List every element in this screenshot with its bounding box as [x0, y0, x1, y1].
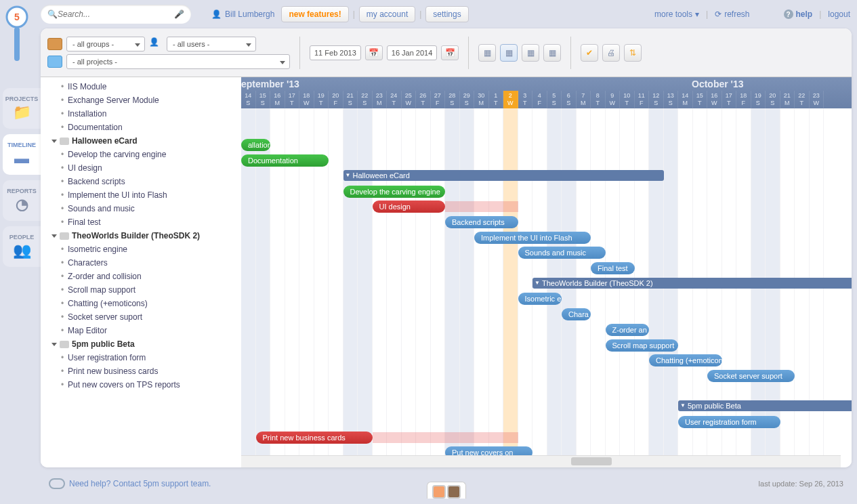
task-node[interactable]: Chatting (+emoticons)	[46, 297, 241, 310]
day-header[interactable]: 13S	[664, 91, 679, 108]
project-bar[interactable]: 5pm public Beta	[678, 400, 852, 411]
avatar-1[interactable]	[432, 485, 446, 499]
day-header[interactable]: 17T	[722, 91, 737, 108]
calendar-to-icon[interactable]: 📅	[441, 45, 459, 60]
task-bar[interactable]: Isometric e	[518, 293, 562, 305]
day-header[interactable]: 3T	[518, 91, 533, 108]
task-bar[interactable]: Implement the UI into Flash	[474, 232, 591, 244]
view-day-button[interactable]: ▦	[478, 44, 496, 62]
groups-dropdown[interactable]: - all groups -	[66, 37, 145, 51]
view-year-button[interactable]: ▦	[543, 44, 561, 62]
task-node[interactable]: Installation	[46, 107, 241, 121]
day-header[interactable]: 29S	[460, 91, 475, 108]
logout-link[interactable]: logout	[828, 9, 850, 19]
users-dropdown[interactable]: - all users -	[167, 37, 256, 51]
task-node[interactable]: Backend scripts	[46, 175, 241, 188]
day-header[interactable]: 30M	[474, 91, 489, 108]
task-bar[interactable]: Develop the carving engine	[343, 186, 446, 198]
day-header[interactable]: 19S	[751, 91, 766, 108]
day-header[interactable]: 22T	[795, 91, 810, 108]
day-header[interactable]: 16M	[270, 91, 285, 108]
day-header[interactable]: 25W	[402, 91, 417, 108]
day-header[interactable]: 20S	[766, 91, 780, 108]
view-month-button[interactable]: ▦	[522, 44, 539, 62]
day-header[interactable]: 28S	[445, 91, 460, 108]
sidetab-reports[interactable]: REPORTS◔	[3, 180, 41, 221]
day-header[interactable]: 23W	[810, 91, 824, 108]
day-header[interactable]: 8T	[591, 91, 606, 108]
more-tools-menu[interactable]: more tools ▾	[654, 9, 699, 19]
day-header[interactable]: 10T	[620, 91, 635, 108]
search-box[interactable]: 🔍 🎤	[41, 5, 191, 24]
task-bar[interactable]: Documentation	[241, 154, 329, 167]
task-bar[interactable]: Z-order an	[606, 324, 650, 336]
filter-check-button[interactable]: ✔	[581, 44, 598, 62]
task-node[interactable]: Characters	[46, 256, 241, 270]
app-logo[interactable]: 5	[5, 5, 28, 66]
day-header[interactable]: 2W	[503, 91, 518, 108]
task-node[interactable]: Implement the UI into Flash	[46, 188, 241, 202]
task-node[interactable]: Develop the carving engine	[46, 148, 241, 161]
task-bar[interactable]: Final test	[591, 262, 635, 274]
task-node[interactable]: Socket server suport	[46, 310, 241, 324]
task-bar[interactable]: Socket server suport	[707, 370, 795, 382]
view-week-button[interactable]: ▦	[500, 44, 518, 62]
task-bar[interactable]: Print new business cards	[256, 432, 373, 444]
day-header[interactable]: 14S	[241, 91, 256, 108]
expand-icon[interactable]	[51, 140, 57, 143]
day-header[interactable]: 18F	[736, 91, 751, 108]
task-node[interactable]: Isometric engine	[46, 243, 241, 256]
day-header[interactable]: 18W	[299, 91, 314, 108]
task-node[interactable]: UI design	[46, 161, 241, 175]
my-account-link[interactable]: my account	[359, 6, 415, 22]
day-header[interactable]: 9W	[606, 91, 621, 108]
help-link[interactable]: ? help	[784, 9, 813, 19]
project-bar[interactable]: Halloween eCard	[343, 170, 664, 181]
expand-icon[interactable]	[51, 234, 57, 238]
task-bar[interactable]: allation	[241, 139, 270, 151]
day-header[interactable]: 14M	[678, 91, 693, 108]
gantt-chart[interactable]: eptember '13October '13 14S15S16M17T18W1…	[241, 77, 852, 467]
print-button[interactable]: 🖨	[602, 44, 620, 62]
task-bar[interactable]: Chatting (+emoticons	[649, 354, 722, 366]
task-node[interactable]: Scroll map support	[46, 283, 241, 297]
day-header[interactable]: 20F	[329, 91, 343, 108]
task-bar[interactable]: Scroll map support	[606, 339, 679, 352]
task-node[interactable]: User registration form	[46, 351, 241, 364]
task-node[interactable]: Sounds and music	[46, 202, 241, 215]
day-header[interactable]: 11F	[635, 91, 650, 108]
task-node[interactable]: Exchange Server Module	[46, 93, 241, 107]
support-link[interactable]: Need help? Contact 5pm support team.	[69, 479, 211, 488]
task-node[interactable]: Print new business cards	[46, 364, 241, 378]
task-bar[interactable]: Sounds and music	[518, 247, 606, 259]
day-header[interactable]: 4F	[532, 91, 547, 108]
mic-icon[interactable]: 🎤	[174, 9, 184, 19]
task-node[interactable]: Map Editor	[46, 324, 241, 337]
projects-dropdown[interactable]: - all projects -	[66, 54, 290, 69]
date-from-input[interactable]: 11 Feb 2013	[310, 45, 361, 60]
task-bar[interactable]: Chara	[562, 308, 591, 320]
horizontal-scrollbar[interactable]	[241, 455, 841, 467]
task-tree[interactable]: IIS ModuleExchange Server ModuleInstalla…	[41, 77, 241, 467]
task-node[interactable]: IIS Module	[46, 80, 241, 93]
task-bar[interactable]: User registration form	[678, 416, 780, 428]
day-header[interactable]: 16W	[707, 91, 722, 108]
refresh-button[interactable]: ⟳ refresh	[715, 9, 749, 19]
search-input[interactable]	[58, 9, 174, 19]
day-header[interactable]: 23M	[373, 91, 388, 108]
day-header[interactable]: 15S	[256, 91, 271, 108]
day-header[interactable]: 15T	[693, 91, 708, 108]
settings-link[interactable]: settings	[425, 6, 468, 22]
day-header[interactable]: 22S	[358, 91, 373, 108]
day-header[interactable]: 21S	[343, 91, 358, 108]
calendar-from-icon[interactable]: 📅	[365, 45, 383, 60]
task-bar[interactable]: Backend scripts	[445, 216, 518, 228]
task-node[interactable]: Documentation	[46, 121, 241, 134]
scrollbar-thumb[interactable]	[571, 457, 612, 465]
project-node[interactable]: TheoWorlds Builder (TheoSDK 2)	[46, 229, 241, 243]
task-node[interactable]: Put new covers on TPS reports	[46, 378, 241, 392]
day-header[interactable]: 27F	[431, 91, 446, 108]
day-header[interactable]: 26T	[416, 91, 431, 108]
sidetab-projects[interactable]: PROJECTS📁	[3, 88, 41, 129]
day-header[interactable]: 12S	[649, 91, 664, 108]
